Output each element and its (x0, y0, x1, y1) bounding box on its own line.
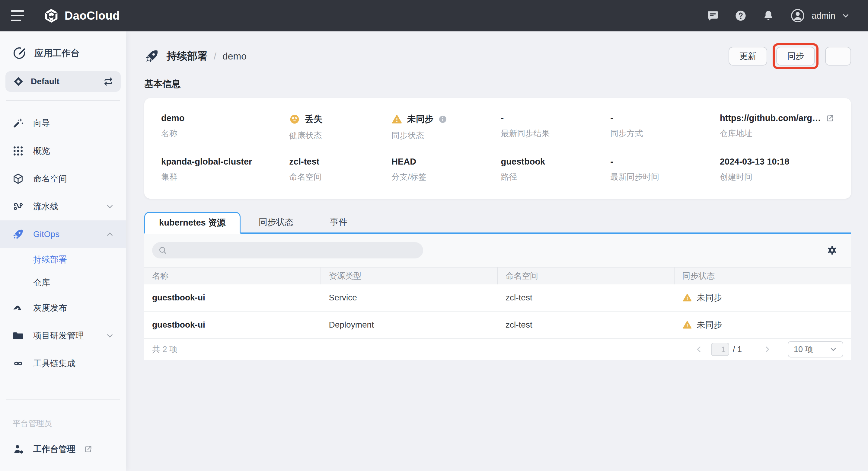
header-actions: 更新 同步 (728, 43, 851, 69)
info-field-repo-url: https://github.com/arg… 仓库地址 (720, 113, 834, 141)
sidebar-item-toolchain[interactable]: 工具链集成 (0, 350, 126, 377)
help-icon[interactable] (734, 9, 747, 22)
sidebar-item-label: 概览 (33, 145, 50, 157)
page-count: / 1 (733, 345, 742, 354)
more-actions-button[interactable] (825, 47, 851, 65)
column-header-name: 名称 (144, 267, 321, 285)
workbench-manage-link[interactable]: 工作台管理 (0, 443, 126, 455)
search-icon (158, 246, 167, 255)
page-number-input[interactable] (711, 343, 729, 356)
info-field-last-sync-time: - 最新同步时间 (610, 157, 714, 182)
sidebar-divider (6, 100, 120, 101)
sidebar-item-label: 流水线 (33, 201, 59, 212)
workbench-icon (12, 46, 27, 60)
sidebar-subitem-repository[interactable]: 仓库 (0, 271, 126, 294)
tab-events[interactable]: 事件 (312, 212, 366, 233)
info-field-namespace: zcl-test 命名空间 (289, 157, 385, 182)
sidebar-item-label: 工具链集成 (33, 358, 75, 369)
warning-triangle-icon (682, 320, 692, 330)
prev-page-icon[interactable] (694, 345, 704, 354)
sidebar-subitem-continuous-deployment[interactable]: 持续部署 (0, 248, 126, 271)
folder-icon (12, 330, 24, 342)
pipeline-icon (12, 201, 24, 212)
sidebar-item-pipeline[interactable]: 流水线 (0, 193, 126, 220)
annotation-highlight-box: 同步 (773, 43, 818, 69)
info-field-path: guestbook 路径 (501, 157, 604, 182)
daocloud-cube-icon (43, 8, 59, 24)
sidebar-item-label: 命名空间 (33, 173, 67, 184)
workbench-manage-label: 工作台管理 (33, 444, 75, 455)
messages-icon[interactable] (707, 9, 719, 22)
pagination-bar: 共 2 项 / 1 10 项 (144, 339, 851, 360)
avatar (790, 8, 806, 24)
page-size-select[interactable]: 10 项 (788, 341, 843, 357)
column-header-type: 资源类型 (321, 267, 498, 285)
basic-info-card: demo 名称 丢失 健康状态 未同步 同步状态 (144, 98, 851, 199)
warning-triangle-icon (392, 114, 402, 125)
breadcrumb-separator: / (214, 51, 216, 62)
sidebar-item-label: 向导 (33, 117, 50, 129)
rocket-icon (144, 49, 159, 64)
sidebar-item-label: 项目研发管理 (33, 330, 84, 342)
sidebar-item-label: 灰度发布 (33, 302, 67, 314)
search-input[interactable] (172, 246, 417, 255)
table-row[interactable]: guestbook-ui Service zcl-test 未同步 (144, 285, 851, 312)
repo-url-link[interactable]: https://github.com/arg… (720, 113, 834, 123)
tab-bar: kubernetes 资源 同步状态 事件 (144, 212, 851, 234)
basic-info-title: 基本信息 (144, 78, 851, 90)
user-menu[interactable]: admin (790, 8, 850, 24)
switch-workspace-icon[interactable] (103, 77, 114, 87)
table-row[interactable]: guestbook-ui Deployment zcl-test 未同步 (144, 312, 851, 339)
info-icon[interactable] (438, 115, 447, 124)
brand-logo[interactable]: DaoCloud (43, 8, 120, 24)
grid-dots-icon (12, 145, 24, 157)
sync-status-text: 未同步 (697, 319, 722, 331)
chevron-down-icon (105, 202, 114, 211)
cube-icon (12, 173, 24, 185)
chevron-up-icon (105, 230, 114, 238)
workspace-title: 应用工作台 (34, 47, 80, 59)
platform-role-label: 平台管理员 (0, 409, 126, 429)
total-count: 共 2 项 (152, 344, 178, 355)
breadcrumb-current: demo (222, 51, 247, 62)
sidebar-item-project-management[interactable]: 项目研发管理 (0, 322, 126, 350)
workspace-selector[interactable]: Default (5, 71, 121, 92)
info-field-sync-mode: - 同步方式 (610, 113, 714, 141)
sidebar-item-overview[interactable]: 概览 (0, 137, 126, 165)
column-header-sync-status: 同步状态 (675, 267, 851, 285)
kubernetes-resources-panel: 名称 资源类型 命名空间 同步状态 guestbook-ui Service z… (144, 234, 851, 360)
info-field-cluster: kpanda-global-cluster 集群 (161, 157, 283, 182)
sidebar-item-label: GitOps (33, 230, 59, 239)
info-field-created-time: 2024-03-13 10:18 创建时间 (720, 157, 834, 182)
sync-button[interactable]: 同步 (776, 47, 815, 65)
chevron-down-icon (841, 11, 850, 20)
tab-sync-status[interactable]: 同步状态 (241, 212, 312, 233)
notifications-bell-icon[interactable] (762, 9, 775, 22)
page-size-value: 10 项 (794, 344, 813, 355)
update-button[interactable]: 更新 (728, 47, 767, 65)
gear-icon[interactable] (826, 244, 838, 256)
tab-kubernetes-resources[interactable]: kubernetes 资源 (144, 212, 241, 234)
magic-wand-icon (12, 117, 24, 129)
page-header: 持续部署 / demo 更新 同步 (144, 45, 851, 68)
next-page-icon[interactable] (763, 345, 772, 354)
sidebar-item-gitops[interactable]: GitOps (0, 220, 126, 248)
info-field-health: 丢失 健康状态 (289, 113, 385, 141)
sidebar-footer-divider (6, 400, 120, 400)
external-link-icon (826, 114, 834, 123)
sidebar-item-wizard[interactable]: 向导 (0, 109, 126, 137)
warning-triangle-icon (682, 293, 692, 302)
workspace-diamond-icon (13, 76, 24, 87)
external-link-icon (84, 445, 92, 453)
sidebar-item-namespace[interactable]: 命名空间 (0, 165, 126, 193)
breadcrumb-section[interactable]: 持续部署 (166, 49, 208, 63)
info-field-last-sync-result: - 最新同步结果 (501, 113, 604, 141)
info-field-sync-status: 未同步 同步状态 (392, 113, 495, 141)
top-navbar: DaoCloud admin (0, 0, 868, 31)
infinity-icon (12, 357, 24, 370)
search-box[interactable] (152, 242, 423, 259)
menu-toggle-icon[interactable] (11, 10, 25, 21)
sidebar-item-gray-release[interactable]: 灰度发布 (0, 294, 126, 322)
bird-icon (12, 302, 24, 314)
chevron-down-icon (105, 331, 114, 340)
